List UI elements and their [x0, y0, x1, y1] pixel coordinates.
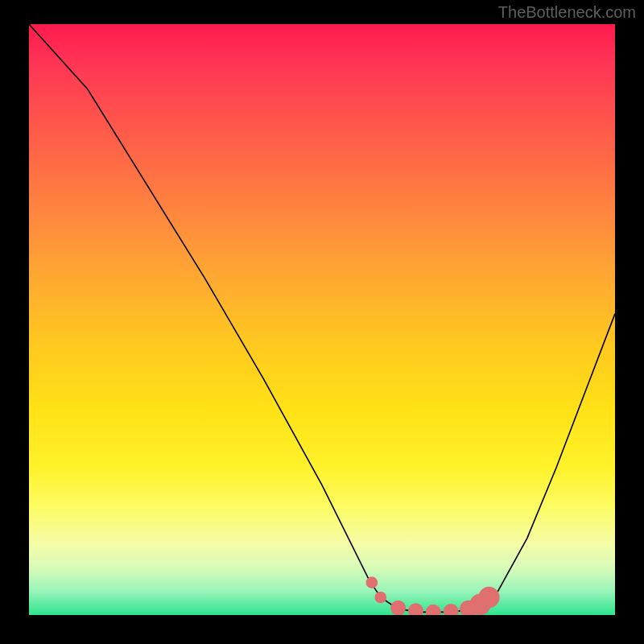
optimal-marker [444, 604, 459, 615]
optimal-zone-markers-group [366, 576, 500, 615]
optimal-marker [408, 603, 423, 615]
optimal-marker [375, 592, 387, 604]
chart-svg [29, 24, 615, 615]
optimal-marker [426, 605, 441, 615]
optimal-marker [478, 587, 499, 608]
attribution-text: TheBottleneck.com [498, 3, 636, 22]
optimal-marker [390, 601, 406, 615]
bottleneck-curve-path [29, 24, 615, 612]
optimal-marker [366, 576, 378, 588]
chart-plot-area [29, 24, 615, 615]
